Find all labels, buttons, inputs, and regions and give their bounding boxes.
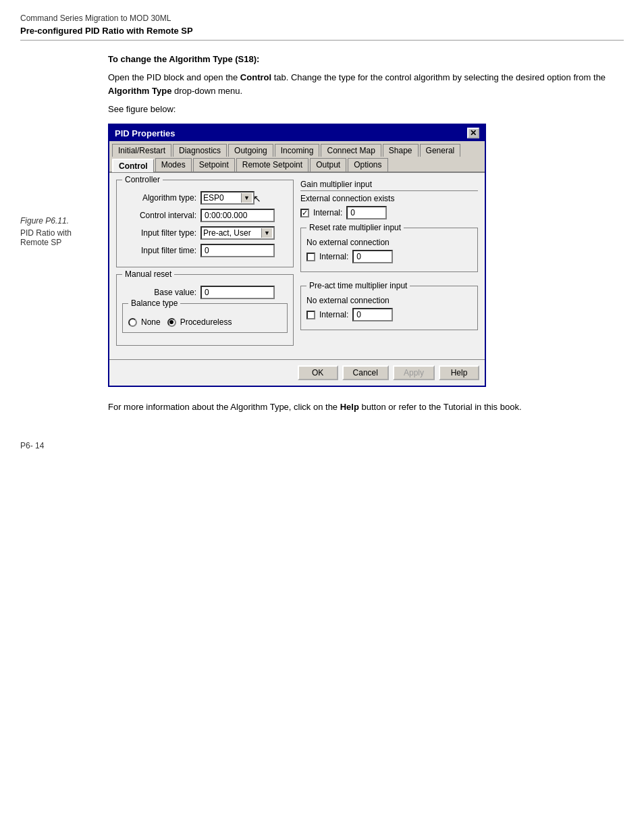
- tab-shape[interactable]: Shape: [383, 144, 419, 157]
- tab-connect-map[interactable]: Connect Map: [321, 144, 381, 157]
- dialog-close-button[interactable]: ✕: [467, 128, 479, 138]
- tab-bar: Initial/Restart Diagnostics Outgoing Inc…: [109, 141, 485, 173]
- tab-setpoint[interactable]: Setpoint: [193, 158, 235, 172]
- figure-label: Figure P6.11. PID Ratio with Remote SP: [20, 54, 95, 414]
- algorithm-type-arrow: ▼: [241, 193, 252, 203]
- dialog-footer: OK Cancel Apply Help: [109, 359, 485, 386]
- manual-reset-group: Manual reset Base value: Balance type: [116, 274, 294, 346]
- gain-title: Gain multiplier input: [300, 180, 478, 191]
- page-subheader: Pre-configured PID Ratio with Remote SP: [20, 26, 624, 36]
- gain-internal-checkbox[interactable]: [300, 209, 309, 217]
- input-filter-type-arrow: ▼: [261, 228, 272, 238]
- see-figure-text: See figure below:: [108, 104, 624, 114]
- radio-none[interactable]: [128, 318, 137, 327]
- algorithm-type-select[interactable]: ESP0 ▼: [200, 191, 254, 205]
- dialog-body: Controller Algorithm type: ESP0 ▼ ↖ Cont…: [109, 173, 485, 359]
- controller-group: Controller Algorithm type: ESP0 ▼ ↖ Cont…: [116, 180, 294, 267]
- tab-initial-restart[interactable]: Initial/Restart: [112, 144, 171, 157]
- radio-none-label: None: [141, 317, 161, 327]
- gain-ext-conn: External connection exists: [300, 194, 478, 203]
- input-filter-time-label: Input filter time:: [122, 246, 196, 255]
- preact-internal-input[interactable]: [352, 308, 393, 321]
- base-value-label: Base value:: [122, 288, 196, 297]
- controller-group-title: Controller: [122, 175, 163, 184]
- input-filter-type-label: Input filter type:: [122, 228, 196, 238]
- preact-section: Pre-act time multiplier input No externa…: [300, 286, 478, 330]
- tab-control[interactable]: Control: [112, 159, 154, 172]
- input-filter-type-select[interactable]: Pre-act, User ▼: [200, 226, 275, 240]
- apply-button[interactable]: Apply: [393, 365, 435, 380]
- tab-general[interactable]: General: [420, 144, 461, 157]
- radio-procedureless-label: Procedureless: [180, 317, 232, 327]
- right-panel: Gain multiplier input External connectio…: [300, 180, 478, 353]
- gain-internal-label: Internal:: [313, 208, 342, 217]
- input-filter-type-row: Input filter type: Pre-act, User ▼: [122, 226, 288, 240]
- pid-properties-dialog: PID Properties ✕ Initial/Restart Diagnos…: [108, 124, 486, 387]
- radio-procedureless-group: Procedureless: [167, 317, 232, 327]
- page-header: Command Series Migration to MOD 30ML: [20, 14, 624, 23]
- balance-type-row: None Procedureless: [128, 317, 281, 327]
- cancel-button[interactable]: Cancel: [342, 365, 389, 380]
- base-value-input[interactable]: [200, 286, 275, 299]
- ok-button[interactable]: OK: [298, 365, 338, 380]
- manual-reset-title: Manual reset: [122, 269, 174, 279]
- reset-no-ext: No external connection: [306, 238, 472, 247]
- reset-section-title: Reset rate multiplier input: [306, 223, 404, 232]
- reset-internal-label: Internal:: [319, 252, 348, 261]
- preact-internal-checkbox[interactable]: [306, 311, 315, 319]
- tab-incoming[interactable]: Incoming: [275, 144, 320, 157]
- tab-output[interactable]: Output: [310, 158, 346, 172]
- tab-modes[interactable]: Modes: [155, 158, 192, 172]
- radio-none-group: None: [128, 317, 161, 327]
- dialog-title: PID Properties: [115, 128, 176, 138]
- tab-diagnostics[interactable]: Diagnostics: [173, 144, 227, 157]
- intro-text: Open the PID block and open the Control …: [108, 71, 624, 97]
- balance-type-group: Balance type None Procedureless: [122, 303, 288, 333]
- section-title: To change the Algorithm Type (S18):: [108, 54, 624, 64]
- tab-outgoing[interactable]: Outgoing: [228, 144, 273, 157]
- base-value-row: Base value:: [122, 286, 288, 299]
- preact-section-title: Pre-act time multiplier input: [306, 281, 410, 290]
- gain-multiplier-section: Gain multiplier input External connectio…: [300, 180, 478, 219]
- left-panel: Controller Algorithm type: ESP0 ▼ ↖ Cont…: [116, 180, 294, 353]
- preact-no-ext: No external connection: [306, 296, 472, 305]
- reset-internal-row: Internal:: [306, 250, 472, 263]
- figure-title: Figure P6.11.: [20, 216, 95, 226]
- gain-internal-row: Internal:: [300, 206, 478, 219]
- help-button[interactable]: Help: [439, 365, 479, 380]
- figure-desc: PID Ratio with Remote SP: [20, 228, 95, 247]
- control-interval-label: Control interval:: [122, 211, 196, 220]
- input-filter-time-row: Input filter time:: [122, 244, 288, 257]
- radio-procedureless[interactable]: [167, 318, 176, 327]
- page-number: P6- 14: [20, 441, 624, 450]
- reset-internal-checkbox[interactable]: [306, 253, 315, 261]
- dialog-titlebar: PID Properties ✕: [109, 125, 485, 141]
- tab-remote-setpoint[interactable]: Remote Setpoint: [236, 158, 308, 172]
- control-interval-row: Control interval:: [122, 209, 288, 222]
- divider: [20, 40, 624, 41]
- algorithm-type-label: Algorithm type:: [122, 193, 196, 203]
- gain-internal-input[interactable]: [346, 206, 387, 219]
- control-interval-input[interactable]: [200, 209, 275, 222]
- preact-internal-row: Internal:: [306, 308, 472, 321]
- tab-options[interactable]: Options: [348, 158, 387, 172]
- reset-internal-input[interactable]: [352, 250, 393, 263]
- balance-type-title: Balance type: [128, 298, 180, 308]
- reset-section: Reset rate multiplier input No external …: [300, 228, 478, 272]
- preact-internal-label: Internal:: [319, 310, 348, 319]
- bottom-text: For more information about the Algorithm…: [108, 400, 624, 414]
- input-filter-time-input[interactable]: [200, 244, 275, 257]
- algorithm-type-row: Algorithm type: ESP0 ▼ ↖: [122, 191, 288, 205]
